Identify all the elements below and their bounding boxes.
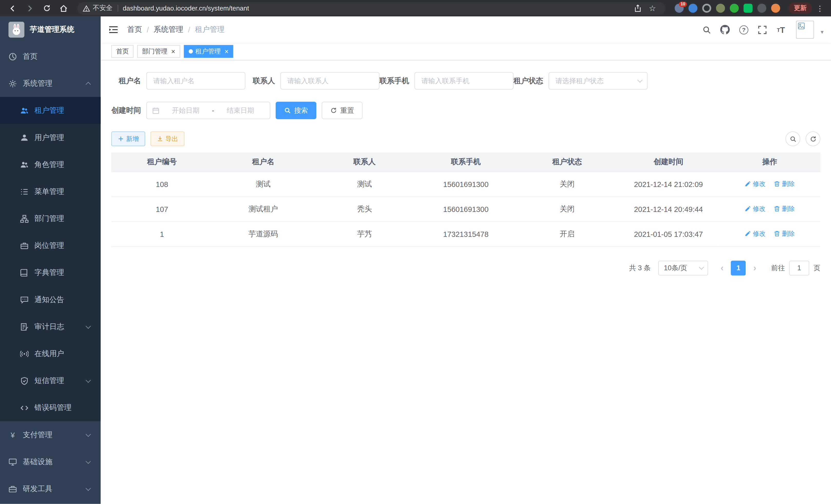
app-logo[interactable]: 芋道管理系统 (0, 17, 101, 43)
extension-icon[interactable]: 10 (675, 4, 684, 12)
sidebar-item-posts[interactable]: 岗位管理 (0, 232, 101, 259)
search-button[interactable]: 搜索 (276, 102, 317, 119)
contact-input[interactable] (280, 72, 379, 90)
url-text[interactable]: dashboard.yudao.iocoder.cn/system/tenant (122, 5, 249, 12)
address-bar[interactable]: 不安全 dashboard.yudao.iocoder.cn/system/te… (77, 2, 665, 14)
calendar-icon (152, 107, 160, 114)
page-unit-label: 页 (813, 263, 821, 272)
sidebar-item-departments[interactable]: 部门管理 (0, 205, 101, 232)
chrome-update-button[interactable]: 更新 (789, 3, 812, 13)
filter-tenant-name: 租户名 (111, 72, 246, 90)
edit-button[interactable]: 修改 (745, 229, 766, 238)
filter-mobile: 联系手机 (379, 72, 514, 90)
sidebar-group-sms[interactable]: 短信管理 (0, 367, 101, 394)
edit-button[interactable]: 修改 (745, 205, 766, 213)
sidebar-item-roles[interactable]: 角色管理 (0, 151, 101, 178)
edit-button[interactable]: 修改 (745, 180, 766, 188)
sidebar-item-online-users[interactable]: 在线用户 (0, 340, 101, 367)
reset-button[interactable]: 重置 (322, 102, 363, 119)
sidebar-group-system[interactable]: 系统管理 (0, 70, 101, 97)
tab-tenant[interactable]: 租户管理 × (184, 45, 233, 58)
app-title: 芋道管理系统 (30, 25, 74, 34)
navbar-actions: ? TT ▾ (699, 21, 824, 38)
tab-department[interactable]: 部门管理 × (137, 45, 180, 58)
sidebar-item-error-codes[interactable]: 错误码管理 (0, 394, 101, 421)
sidebar-item-notices[interactable]: 通知公告 (0, 286, 101, 313)
sidebar-group-payment[interactable]: ¥ 支付管理 (0, 421, 101, 448)
delete-button[interactable]: 删除 (774, 229, 795, 238)
home-icon[interactable] (56, 2, 71, 14)
status-select[interactable]: 请选择租户状态 (549, 72, 648, 90)
fullscreen-icon[interactable] (755, 22, 770, 37)
font-size-icon[interactable]: TT (773, 22, 789, 37)
profile-avatar-icon[interactable] (716, 4, 725, 12)
sidebar-item-tenant[interactable]: 租户管理 (0, 97, 101, 124)
end-date-placeholder[interactable]: 结束日期 (217, 106, 264, 115)
breadcrumb-home[interactable]: 首页 (127, 25, 142, 34)
tenant-table: 租户编号 租户名 联系人 联系手机 租户状态 创建时间 操作 108 测试 (111, 153, 821, 246)
extension-icon[interactable] (730, 4, 739, 12)
goto-page-input[interactable] (789, 261, 809, 275)
refresh-table-button[interactable] (806, 131, 821, 146)
search-icon[interactable] (699, 22, 714, 37)
sidebar-toggle-icon[interactable] (101, 25, 126, 34)
sidebar-item-menus[interactable]: 菜单管理 (0, 178, 101, 205)
sidebar-group-dev-tools[interactable]: 研发工具 (0, 475, 101, 502)
online-signal-icon (20, 349, 29, 358)
user-avatar[interactable] (796, 21, 814, 38)
page-size-select[interactable]: 10条/页 (658, 261, 708, 275)
menu-list-icon (20, 187, 29, 196)
broken-image-icon (798, 22, 805, 30)
active-tab-dot (188, 49, 193, 54)
extension-icon[interactable] (688, 4, 697, 12)
chrome-menu-icon[interactable]: ⋮ (814, 4, 826, 12)
trash-icon (774, 231, 780, 237)
caret-down-icon[interactable]: ▾ (821, 29, 824, 35)
mobile-label: 联系手机 (379, 76, 414, 86)
chevron-down-icon (86, 377, 91, 383)
start-date-placeholder[interactable]: 开始日期 (162, 106, 210, 115)
user-avatar-icon[interactable] (771, 4, 780, 12)
sidebar-item-dictionary[interactable]: 字典管理 (0, 259, 101, 286)
sidebar-item-home[interactable]: 首页 (0, 43, 101, 70)
tenant-name-input[interactable] (146, 72, 246, 90)
logo-image (8, 22, 24, 38)
delete-button[interactable]: 删除 (774, 180, 795, 188)
table-toolbar: 新增 导出 (111, 131, 821, 146)
mobile-input[interactable] (414, 72, 514, 90)
delete-button[interactable]: 删除 (774, 205, 795, 213)
toggle-search-button[interactable] (785, 131, 800, 146)
add-button[interactable]: 新增 (111, 131, 145, 146)
extension-icon[interactable] (757, 4, 766, 12)
table-row: 108 测试 测试 15601691300 关闭 2021-12-14 21:0… (111, 172, 821, 197)
date-range-picker[interactable]: 开始日期 - 结束日期 (146, 102, 270, 119)
share-icon[interactable] (630, 2, 645, 14)
gear-icon (8, 79, 17, 88)
help-icon[interactable]: ? (737, 22, 751, 37)
sidebar-group-audit-log[interactable]: 审计日志 (0, 313, 101, 340)
close-icon[interactable]: × (225, 48, 229, 55)
extension-icon[interactable] (744, 4, 753, 12)
forward-icon[interactable] (22, 2, 37, 14)
create-time-label: 创建时间 (111, 106, 146, 115)
breadcrumb-system[interactable]: 系统管理 (154, 25, 183, 34)
breadcrumb: 首页 / 系统管理 / 租户管理 (127, 25, 225, 34)
tab-home[interactable]: 首页 (111, 45, 134, 58)
edit-icon (745, 231, 751, 237)
filter-create-time: 创建时间 开始日期 - 结束日期 (111, 102, 270, 119)
search-icon (284, 107, 291, 114)
next-page-icon[interactable]: › (750, 263, 759, 273)
extension-icon[interactable] (702, 4, 711, 12)
prev-page-icon[interactable]: ‹ (717, 263, 727, 273)
bookmark-star-icon[interactable]: ☆ (645, 2, 660, 14)
tabs-bar: 首页 部门管理 × 租户管理 × (101, 43, 831, 60)
export-button[interactable]: 导出 (150, 131, 184, 146)
security-indicator[interactable]: 不安全 (83, 4, 113, 12)
close-icon[interactable]: × (171, 48, 175, 55)
sidebar-group-infrastructure[interactable]: 基础设施 (0, 448, 101, 475)
github-icon[interactable] (718, 22, 733, 37)
reload-icon[interactable] (39, 2, 54, 14)
sidebar-item-users[interactable]: 用户管理 (0, 124, 101, 151)
back-icon[interactable] (5, 2, 20, 14)
page-number-1[interactable]: 1 (731, 261, 746, 275)
